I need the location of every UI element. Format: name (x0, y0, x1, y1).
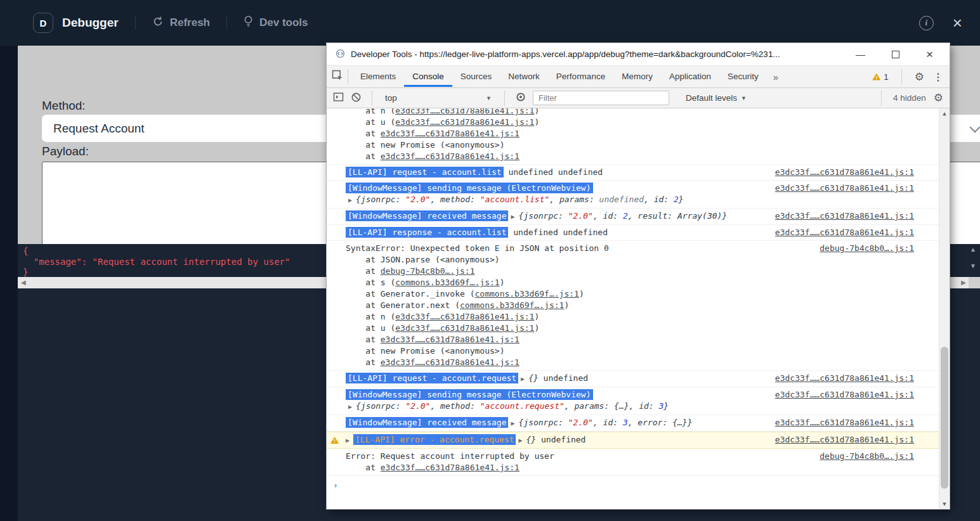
dev-tools-button[interactable]: Dev tools (244, 15, 308, 31)
console-text: "2.0" (405, 195, 430, 204)
source-location-link[interactable]: e3dc33f……c631d78a861e41.js:1 (775, 389, 914, 401)
app-header: D Debugger Refresh Dev tools i × (0, 0, 980, 46)
source-link[interactable]: e3dc33f……c631d78a861e41.js:1 (381, 129, 519, 138)
console-line: at u (e3dc33f……c631d78a861e41.js:1) (346, 323, 911, 334)
scroll-up-icon[interactable]: ▲ (966, 246, 980, 253)
console-text: "2.0" (568, 418, 593, 427)
console-text: , id: (593, 418, 623, 427)
tab-memory[interactable]: Memory (613, 67, 661, 87)
context-selector[interactable]: top ▼ (382, 93, 494, 103)
live-expression-eye-icon[interactable] (515, 91, 526, 105)
expand-triangle-icon[interactable]: ▶ (521, 375, 525, 382)
source-location-link[interactable]: e3dc33f……c631d78a861e41.js:1 (775, 167, 914, 178)
console-text: at new Promise (<anonymous>) (346, 346, 504, 356)
source-location-link[interactable]: debug-7b4c8b0….js:1 (820, 451, 914, 462)
settings-gear-icon[interactable]: ⚙ (915, 72, 924, 82)
expand-triangle-icon[interactable]: ▶ (348, 403, 352, 410)
scrollbar-thumb[interactable] (941, 347, 948, 489)
source-link[interactable]: commons.b33d69f….js:1 (460, 300, 564, 310)
hidden-messages-count: 4 hidden (893, 93, 926, 103)
console-sidebar-icon[interactable] (333, 91, 344, 105)
console-entry: [WindowMessage] received message▶{jsonrp… (327, 209, 939, 225)
console-text: } (663, 401, 669, 411)
console-text: } (722, 211, 727, 221)
tab-sources[interactable]: Sources (452, 67, 500, 87)
console-line: at s (commons.b33d69f….js:1) (346, 277, 911, 288)
console-text: } (688, 418, 693, 427)
console-text: at new Promise (<anonymous>) (346, 140, 504, 150)
console-settings-gear-icon[interactable]: ⚙ (934, 93, 943, 103)
warning-icon: ! (872, 74, 880, 80)
scroll-right-icon[interactable]: ▶ (961, 279, 966, 286)
console-text: {} (528, 373, 539, 383)
tab-security[interactable]: Security (719, 67, 767, 87)
console-line: [LL-API] response - account.list undefin… (346, 227, 911, 238)
devtools-titlebar[interactable]: Developer Tools - https://ledger-live-pl… (327, 43, 950, 66)
scrollbar-corner (969, 277, 980, 288)
tab-network[interactable]: Network (500, 67, 548, 87)
source-link[interactable]: e3dc33f……c631d78a861e41.js:1 (381, 357, 519, 367)
source-link[interactable]: e3dc33f……c631d78a861e41.js:1 (395, 117, 534, 127)
console-text: 2 (623, 211, 628, 221)
window-close-icon[interactable]: × (926, 48, 933, 61)
source-link[interactable]: e3dc33f……c631d78a861e41.js:1 (395, 108, 534, 115)
minimize-icon[interactable]: — (856, 49, 865, 60)
console-line: [LL-API] request - account.request▶{} un… (346, 373, 911, 385)
scroll-left-icon[interactable]: ◀ (21, 279, 26, 286)
warning-badge[interactable]: ! 1 (872, 72, 889, 82)
source-link[interactable]: commons.b33d69f….js:1 (475, 289, 579, 299)
output-vertical-scrollbar[interactable]: ▲ ▼ (966, 244, 980, 277)
console-text: {jsonrpc: (356, 401, 405, 411)
source-link[interactable]: debug-7b4c8b0….js:1 (381, 266, 475, 276)
tab-elements[interactable]: Elements (352, 67, 404, 87)
console-prompt[interactable]: › (327, 476, 939, 490)
console-entry: [WindowMessage] received message▶{jsonrp… (327, 415, 939, 432)
refresh-button[interactable]: Refresh (152, 16, 210, 30)
console-text: at JSON.parse (<anonymous>) (346, 255, 500, 264)
source-location-link[interactable]: e3dc33f……c631d78a861e41.js:1 (775, 434, 914, 446)
console-text: , method: (430, 195, 480, 204)
source-link[interactable]: commons.b33d69f….js:1 (395, 278, 499, 287)
filter-input[interactable] (533, 91, 669, 105)
console-text: at s ( (346, 278, 395, 287)
expand-triangle-icon[interactable]: ▶ (511, 213, 514, 220)
tab-console[interactable]: Console (404, 67, 452, 87)
console-text: Error: Request account interrupted by us… (346, 451, 554, 461)
maximize-icon[interactable] (892, 51, 899, 58)
console-scrollbar[interactable]: ▲ ▼ (939, 108, 950, 509)
clear-console-icon[interactable] (351, 92, 362, 105)
kebab-menu-icon[interactable]: ⋮ (933, 71, 943, 83)
source-link[interactable]: e3dc33f……c631d78a861e41.js:1 (381, 151, 519, 161)
expand-triangle-icon[interactable]: ▶ (348, 196, 352, 203)
console-text: 2 (674, 195, 679, 204)
source-location-link[interactable]: e3dc33f……c631d78a861e41.js:1 (775, 417, 914, 428)
console-line: at n (e3dc33f……c631d78a861e41.js:1) (346, 311, 911, 323)
source-location-link[interactable]: e3dc33f……c631d78a861e41.js:1 (775, 210, 914, 222)
more-tabs-icon[interactable]: » (767, 72, 785, 82)
source-location-link[interactable]: e3dc33f……c631d78a861e41.js:1 (775, 183, 914, 194)
expand-triangle-icon[interactable]: ▶ (346, 437, 350, 444)
source-location-link[interactable]: e3dc33f……c631d78a861e41.js:1 (775, 227, 914, 238)
source-location-link[interactable]: e3dc33f……c631d78a861e41.js:1 (775, 373, 914, 384)
scroll-down-icon[interactable]: ▼ (966, 262, 980, 269)
source-link[interactable]: e3dc33f……c631d78a861e41.js:1 (395, 312, 534, 321)
scroll-down-icon[interactable]: ▼ (939, 501, 950, 507)
log-levels-dropdown[interactable]: Default levels ▼ (686, 93, 747, 103)
close-icon[interactable]: × (953, 16, 962, 29)
expand-triangle-icon[interactable]: ▶ (511, 420, 514, 427)
console-line: [WindowMessage] sending message (Electro… (346, 183, 911, 194)
console-text: {jsonrpc: (518, 418, 568, 427)
console-text: , result: (628, 211, 677, 221)
source-link[interactable]: e3dc33f……c631d78a861e41.js:1 (381, 335, 519, 344)
console-text: undefined undefined (504, 167, 603, 177)
tab-performance[interactable]: Performance (548, 67, 613, 87)
console-text: "2.0" (405, 401, 430, 411)
tab-application[interactable]: Application (661, 67, 719, 87)
source-link[interactable]: e3dc33f……c631d78a861e41.js:1 (381, 463, 519, 472)
scroll-up-icon[interactable]: ▲ (939, 110, 950, 117)
expand-triangle-icon[interactable]: ▶ (518, 437, 522, 444)
inspect-element-icon[interactable] (332, 70, 344, 84)
source-location-link[interactable]: debug-7b4c8b0….js:1 (820, 243, 914, 254)
source-link[interactable]: e3dc33f……c631d78a861e41.js:1 (395, 323, 534, 333)
info-icon[interactable]: i (919, 16, 934, 30)
